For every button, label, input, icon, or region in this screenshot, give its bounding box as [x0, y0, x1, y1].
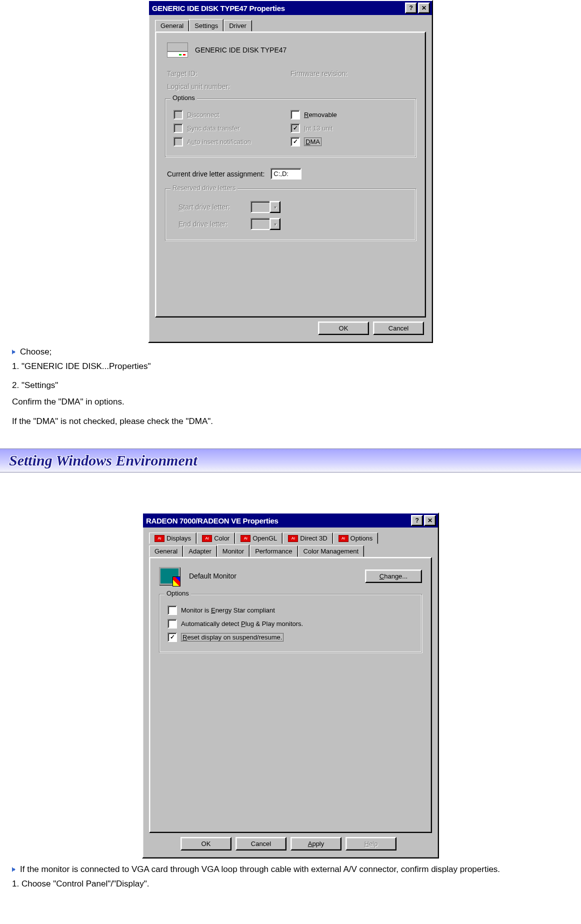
- device-name: GENERIC IDE DISK TYPE47: [195, 46, 286, 54]
- tab-displays[interactable]: AiDisplays: [149, 532, 196, 544]
- tabstrip: General Settings Driver: [153, 18, 428, 32]
- tab-general[interactable]: General: [155, 20, 189, 32]
- doc-paragraph: Choose;: [0, 345, 581, 360]
- cancel-button[interactable]: Cancel: [373, 322, 424, 335]
- help-button[interactable]: Help: [346, 837, 396, 850]
- tab-opengl[interactable]: AiOpenGL: [235, 532, 282, 544]
- tab-direct3d[interactable]: AiDirect 3D: [282, 532, 332, 544]
- tab-driver[interactable]: Driver: [224, 20, 252, 32]
- ati-logo-icon: Ai: [338, 535, 348, 542]
- titlebar[interactable]: GENERIC IDE DISK TYPE47 Properties ? ✕: [149, 1, 432, 15]
- label-target-id: Target ID:: [167, 70, 290, 78]
- ok-button[interactable]: OK: [318, 322, 369, 335]
- ati-logo-icon: Ai: [240, 535, 250, 542]
- checkbox-energy-star[interactable]: [168, 606, 177, 615]
- tab-color[interactable]: AiColor: [196, 532, 235, 544]
- doc-paragraph: 2. "Settings": [0, 378, 581, 393]
- label-firmware: Firmware revision:: [290, 70, 414, 78]
- window-title: RADEON 7000/RADEON VE Properties: [146, 516, 410, 525]
- options-legend: Options: [170, 94, 197, 102]
- cancel-button[interactable]: Cancel: [236, 837, 286, 850]
- tab-general[interactable]: General: [149, 546, 183, 557]
- close-button[interactable]: ✕: [418, 2, 430, 14]
- tab-monitor[interactable]: Monitor: [217, 544, 250, 557]
- window-title: GENERIC IDE DISK TYPE47 Properties: [152, 4, 404, 12]
- section-banner: Setting Windows Environment: [0, 448, 581, 472]
- checkbox-disconnect: [174, 110, 183, 120]
- label-drive-assign: Current drive letter assignment:: [167, 170, 264, 178]
- checkbox-removable[interactable]: [290, 110, 300, 120]
- drive-assign-value: C:,D:: [270, 168, 302, 180]
- checkbox-dma[interactable]: [290, 137, 300, 146]
- reserved-legend: Reserved drive letters: [170, 184, 238, 192]
- doc-paragraph: 1. Choose "Control Panel"/"Display".: [0, 877, 581, 892]
- banner-title: Setting Windows Environment: [9, 452, 198, 469]
- monitor-options-group: Options Monitor is Energy Star compliant…: [159, 594, 422, 652]
- tab-settings[interactable]: Settings: [189, 19, 224, 32]
- radeon-properties-dialog: RADEON 7000/RADEON VE Properties ? ✕ AiD…: [142, 512, 439, 858]
- end-letter-dropdown: [250, 218, 280, 230]
- tab-options[interactable]: AiOptions: [333, 532, 378, 544]
- tab-color-management[interactable]: Color Management: [298, 546, 364, 557]
- monitor-name: Default Monitor: [189, 572, 365, 580]
- start-letter-dropdown: [250, 201, 280, 213]
- checkbox-pnp-monitors[interactable]: [168, 619, 177, 628]
- close-button[interactable]: ✕: [424, 515, 436, 526]
- ok-button[interactable]: OK: [180, 837, 232, 850]
- tab-adapter[interactable]: Adapter: [183, 546, 217, 557]
- ide-properties-dialog: GENERIC IDE DISK TYPE47 Properties ? ✕ G…: [148, 0, 433, 343]
- label-lun: Logical unit number:: [167, 82, 414, 90]
- monitor-icon: [159, 567, 180, 585]
- change-button[interactable]: Change...: [365, 570, 422, 583]
- bullet-icon: [12, 867, 17, 872]
- ati-logo-icon: Ai: [288, 535, 298, 542]
- doc-paragraph: 1. "GENERIC IDE DISK...Properties": [0, 360, 581, 374]
- apply-button[interactable]: Apply: [290, 837, 342, 850]
- checkbox-int13: [290, 124, 300, 133]
- ati-logo-icon: Ai: [202, 535, 212, 542]
- options-legend: Options: [164, 590, 191, 597]
- bullet-icon: [12, 350, 17, 354]
- tabstrip-bottom: General Adapter Monitor Performance Colo…: [147, 544, 434, 557]
- drive-icon: [167, 42, 188, 58]
- tab-panel-settings: GENERIC IDE DISK TYPE47 Target ID: Firmw…: [155, 32, 426, 318]
- doc-paragraph: If the "DMA" is not checked, please chec…: [0, 414, 581, 429]
- checkbox-auto-insert: [174, 137, 183, 146]
- options-group: Options DDisconnectisconnect Sync data t…: [165, 98, 416, 157]
- doc-paragraph: Confirm the "DMA" in options.: [0, 395, 581, 410]
- checkbox-reset-display[interactable]: [168, 632, 177, 642]
- tab-performance[interactable]: Performance: [250, 546, 298, 557]
- help-button[interactable]: ?: [405, 2, 417, 14]
- doc-paragraph: If the monitor is connected to VGA card …: [0, 862, 581, 877]
- ati-logo-icon: Ai: [154, 535, 164, 542]
- reserved-letters-group: Reserved drive letters Start drive lette…: [165, 188, 416, 240]
- help-button[interactable]: ?: [411, 515, 423, 526]
- titlebar[interactable]: RADEON 7000/RADEON VE Properties ? ✕: [143, 514, 438, 528]
- tab-panel-monitor: Default Monitor Change... Options Monito…: [149, 557, 432, 833]
- checkbox-sync: [174, 124, 183, 133]
- tabstrip-top: AiDisplays AiColor AiOpenGL AiDirect 3D …: [147, 530, 434, 544]
